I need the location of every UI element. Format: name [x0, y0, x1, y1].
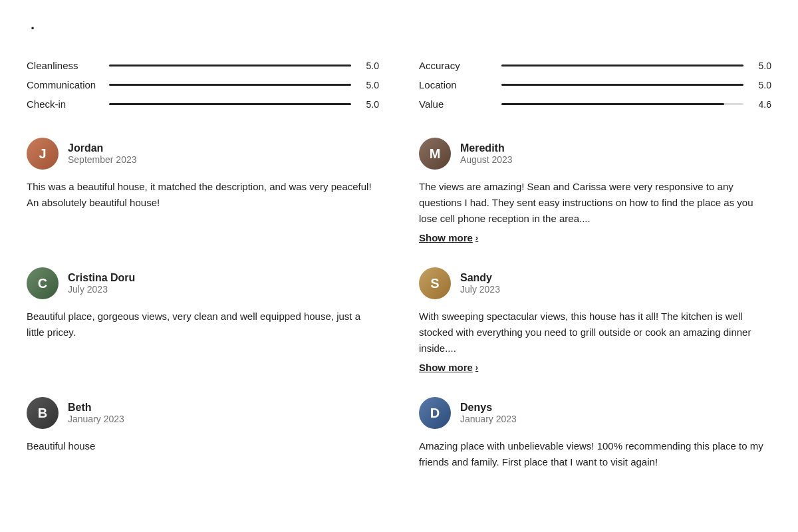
rating-bar: [109, 84, 351, 86]
separator: ·: [31, 20, 35, 37]
rating-row: Value 4.6: [419, 94, 771, 114]
rating-value: 5.0: [360, 99, 379, 110]
review-card: C Cristina Doru July 2023 Beautiful plac…: [27, 267, 379, 373]
rating-bar-fill: [501, 65, 743, 66]
rating-value: 5.0: [360, 80, 379, 90]
reviewer-header: D Denys January 2023: [419, 397, 771, 429]
reviewer-name: Meredith: [460, 142, 513, 154]
show-more-button[interactable]: Show more ›: [419, 362, 771, 373]
reviewer-date: July 2023: [460, 284, 500, 295]
avatar: B: [27, 397, 59, 429]
rating-label: Accuracy: [419, 60, 492, 71]
reviewer-date: July 2023: [68, 284, 135, 295]
rating-bar-fill: [109, 65, 351, 66]
reviewer-date: January 2023: [68, 414, 124, 424]
ratings-grid: Cleanliness 5.0 Communication 5.0 Check-…: [27, 56, 771, 114]
ratings-left: Cleanliness 5.0 Communication 5.0 Check-…: [27, 56, 379, 114]
reviewer-info: Beth January 2023: [68, 402, 124, 424]
show-more-label: Show more: [419, 362, 473, 373]
chevron-icon: ›: [475, 233, 478, 243]
reviewer-name: Jordan: [68, 142, 137, 154]
rating-summary: ·: [31, 20, 35, 37]
avatar-letter: B: [38, 406, 47, 421]
reviews-header: ·: [27, 20, 771, 37]
review-card: J Jordan September 2023 This was a beaut…: [27, 138, 379, 243]
review-text: The views are amazing! Sean and Carissa …: [419, 179, 771, 227]
reviewer-info: Sandy July 2023: [460, 272, 500, 295]
rating-value: 5.0: [753, 80, 771, 90]
review-text: This was a beautiful house, it matched t…: [27, 179, 379, 211]
rating-row: Cleanliness 5.0: [27, 56, 379, 75]
rating-label: Value: [419, 98, 492, 110]
avatar-letter: C: [38, 276, 47, 291]
avatar-letter: M: [430, 146, 441, 162]
reviewer-name: Sandy: [460, 272, 500, 284]
reviewer-header: M Meredith August 2023: [419, 138, 771, 170]
review-card: B Beth January 2023 Beautiful house: [27, 397, 379, 470]
reviewer-name: Denys: [460, 402, 517, 414]
rating-bar: [501, 103, 743, 105]
show-more-label: Show more: [419, 232, 473, 243]
reviewer-date: January 2023: [460, 414, 517, 424]
rating-label: Cleanliness: [27, 60, 100, 71]
reviewer-info: Denys January 2023: [460, 402, 517, 424]
rating-bar: [501, 84, 743, 86]
reviewer-name: Beth: [68, 402, 124, 414]
rating-row: Check-in 5.0: [27, 94, 379, 114]
rating-bar-fill: [109, 103, 351, 105]
reviews-grid: J Jordan September 2023 This was a beaut…: [27, 138, 771, 470]
avatar: D: [419, 397, 451, 429]
review-text: Amazing place with unbelievable views! 1…: [419, 438, 771, 470]
reviewer-date: August 2023: [460, 154, 513, 165]
rating-bar: [109, 103, 351, 105]
rating-value: 5.0: [360, 61, 379, 71]
avatar-letter: S: [430, 276, 439, 291]
review-card: D Denys January 2023 Amazing place with …: [419, 397, 771, 470]
review-card: S Sandy July 2023 With sweeping spectacu…: [419, 267, 771, 373]
ratings-right: Accuracy 5.0 Location 5.0 Value 4.6: [419, 56, 771, 114]
avatar-letter: D: [430, 406, 440, 421]
review-card: M Meredith August 2023 The views are ama…: [419, 138, 771, 243]
rating-row: Location 5.0: [419, 75, 771, 94]
reviewer-header: S Sandy July 2023: [419, 267, 771, 299]
rating-bar-fill: [501, 84, 743, 86]
rating-bar-fill: [109, 84, 351, 86]
review-text: With sweeping spectacular views, this ho…: [419, 309, 771, 356]
chevron-icon: ›: [475, 362, 478, 372]
reviewer-info: Cristina Doru July 2023: [68, 272, 135, 295]
reviewer-date: September 2023: [68, 154, 137, 165]
reviewer-header: C Cristina Doru July 2023: [27, 267, 379, 299]
rating-bar-fill: [501, 103, 724, 105]
reviewer-info: Jordan September 2023: [68, 142, 137, 165]
avatar: S: [419, 267, 451, 299]
reviewer-info: Meredith August 2023: [460, 142, 513, 165]
review-text: Beautiful place, gorgeous views, very cl…: [27, 309, 379, 340]
rating-bar: [501, 65, 743, 66]
reviewer-header: B Beth January 2023: [27, 397, 379, 429]
avatar: C: [27, 267, 59, 299]
avatar: M: [419, 138, 451, 170]
rating-label: Check-in: [27, 98, 100, 110]
reviewer-name: Cristina Doru: [68, 272, 135, 284]
rating-label: Location: [419, 79, 492, 90]
reviewer-header: J Jordan September 2023: [27, 138, 379, 170]
rating-row: Communication 5.0: [27, 75, 379, 94]
rating-bar: [109, 65, 351, 66]
rating-label: Communication: [27, 79, 100, 90]
avatar: J: [27, 138, 59, 170]
rating-row: Accuracy 5.0: [419, 56, 771, 75]
rating-value: 5.0: [753, 61, 771, 71]
review-text: Beautiful house: [27, 438, 379, 454]
rating-value: 4.6: [753, 99, 771, 110]
show-more-button[interactable]: Show more ›: [419, 232, 771, 243]
avatar-letter: J: [39, 146, 46, 162]
